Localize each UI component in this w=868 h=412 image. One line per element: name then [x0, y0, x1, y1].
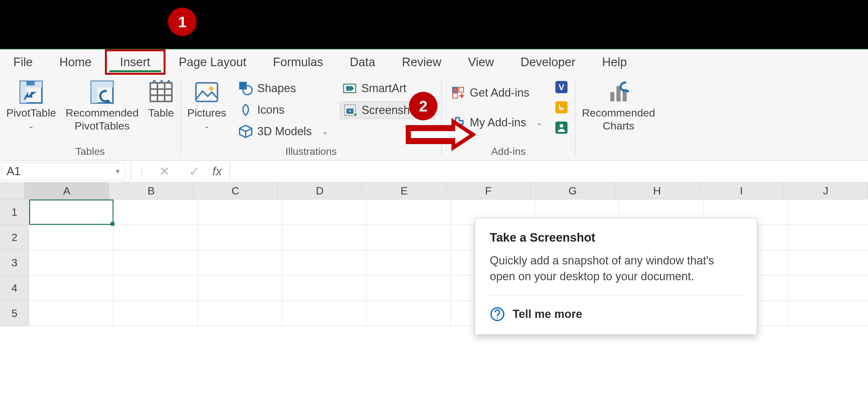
people-addin-icon[interactable]: [554, 121, 569, 135]
recommended-charts-button[interactable]: Recommended Charts: [582, 78, 655, 132]
column-header[interactable]: I: [699, 182, 784, 200]
column-header[interactable]: B: [109, 182, 193, 200]
pictures-button[interactable]: Pictures ⌄: [187, 78, 226, 130]
cell[interactable]: [788, 250, 868, 276]
cell[interactable]: [198, 225, 282, 250]
name-box[interactable]: A1 ▾: [1, 162, 125, 180]
tab-home[interactable]: Home: [46, 49, 104, 75]
row-header[interactable]: 1: [0, 200, 29, 225]
smartart-icon: [342, 81, 357, 96]
separator: [490, 296, 742, 296]
row-header[interactable]: 5: [0, 301, 29, 326]
enter-formula-button[interactable]: ✓: [189, 164, 200, 179]
cell[interactable]: [367, 225, 451, 250]
chevron-down-icon: ⌄: [28, 122, 34, 130]
column-header[interactable]: C: [193, 182, 278, 200]
tell-me-more-link[interactable]: Tell me more: [490, 307, 742, 322]
table-label: Table: [148, 106, 174, 119]
cell[interactable]: [282, 225, 367, 250]
svg-point-42: [626, 90, 629, 93]
row-header[interactable]: 4: [0, 276, 29, 301]
column-header[interactable]: E: [362, 182, 446, 200]
formula-bar: A1 ▾ ⋮ ✕ ✓ fx: [0, 160, 868, 182]
cancel-formula-button[interactable]: ✕: [159, 164, 170, 179]
cell[interactable]: [282, 250, 367, 276]
cell[interactable]: [29, 225, 114, 250]
column-header[interactable]: H: [615, 182, 699, 200]
table-button[interactable]: Table: [148, 78, 174, 119]
cell[interactable]: [114, 301, 198, 326]
group-charts: Recommended Charts: [576, 75, 655, 160]
chevron-down-icon: ▾: [116, 167, 120, 175]
smartart-button[interactable]: SmartArt: [340, 80, 435, 97]
tab-formulas[interactable]: Formulas: [260, 49, 336, 75]
svg-point-7: [107, 100, 110, 103]
pivottable-button[interactable]: PivotTable ⌄: [6, 78, 56, 130]
get-addins-icon: [451, 85, 465, 100]
tab-review[interactable]: Review: [389, 49, 455, 75]
screenshot-button[interactable]: Screenshot ⌄: [340, 101, 435, 119]
cell[interactable]: [29, 301, 114, 326]
tell-me-more-label: Tell me more: [513, 308, 582, 321]
row-header[interactable]: 3: [0, 250, 29, 276]
smartart-label: SmartArt: [362, 82, 406, 95]
column-header[interactable]: J: [784, 182, 868, 200]
cell[interactable]: [788, 276, 868, 301]
cell[interactable]: [198, 276, 282, 301]
get-addins-button[interactable]: Get Add-ins: [448, 84, 545, 101]
tooltip-body: Quickly add a snapshot of any window tha…: [490, 253, 742, 285]
cell[interactable]: [367, 250, 451, 276]
bing-addin-icon[interactable]: [554, 100, 569, 115]
pivottable-icon: [19, 80, 43, 104]
cell[interactable]: [788, 225, 868, 250]
tab-developer[interactable]: Developer: [507, 49, 589, 75]
cell[interactable]: [367, 200, 451, 225]
help-icon: [490, 307, 505, 322]
column-header[interactable]: F: [446, 182, 531, 200]
cell[interactable]: [29, 276, 114, 301]
column-header[interactable]: D: [278, 182, 362, 200]
shapes-button[interactable]: Shapes: [236, 80, 330, 97]
fx-label[interactable]: fx: [212, 165, 222, 178]
chevron-down-icon: ⌄: [536, 119, 542, 127]
tab-file[interactable]: File: [0, 49, 46, 75]
cell[interactable]: [367, 301, 451, 326]
cell[interactable]: [198, 200, 282, 225]
cell[interactable]: [282, 276, 367, 301]
cell[interactable]: [788, 200, 868, 225]
tab-help[interactable]: Help: [589, 49, 640, 75]
tab-view[interactable]: View: [455, 49, 507, 75]
svg-rect-3: [27, 81, 35, 85]
annotation-arrow: [406, 117, 475, 152]
cell[interactable]: [114, 276, 198, 301]
cell-A1[interactable]: [29, 200, 114, 225]
group-tables: PivotTable ⌄ Recommended PivotTables Tab…: [0, 75, 180, 160]
icons-label: Icons: [257, 103, 285, 116]
cell[interactable]: [282, 200, 367, 225]
cell[interactable]: [198, 301, 282, 326]
3d-models-button[interactable]: 3D Models ⌄: [236, 123, 330, 140]
cell[interactable]: [114, 250, 198, 276]
cell[interactable]: [282, 301, 367, 326]
cell[interactable]: [114, 200, 198, 225]
tab-insert[interactable]: Insert: [105, 49, 165, 75]
window-titlebar: [0, 0, 868, 49]
cell[interactable]: [198, 250, 282, 276]
formula-input[interactable]: [236, 165, 867, 178]
column-header[interactable]: A: [25, 182, 109, 200]
cell[interactable]: [114, 225, 198, 250]
cell[interactable]: [367, 276, 451, 301]
svg-text:V: V: [559, 83, 564, 92]
column-header[interactable]: G: [531, 182, 615, 200]
cell[interactable]: [29, 250, 114, 276]
svg-rect-31: [453, 94, 457, 98]
visio-addin-icon[interactable]: V: [554, 80, 569, 94]
svg-point-19: [243, 85, 252, 95]
icons-button[interactable]: Icons: [236, 101, 330, 118]
select-all-corner[interactable]: [0, 182, 25, 200]
tab-data[interactable]: Data: [336, 49, 389, 75]
row-header[interactable]: 2: [0, 225, 29, 250]
recommended-pivottables-button[interactable]: Recommended PivotTables: [66, 78, 139, 132]
tab-page-layout[interactable]: Page Layout: [165, 49, 260, 75]
cell[interactable]: [788, 301, 868, 326]
